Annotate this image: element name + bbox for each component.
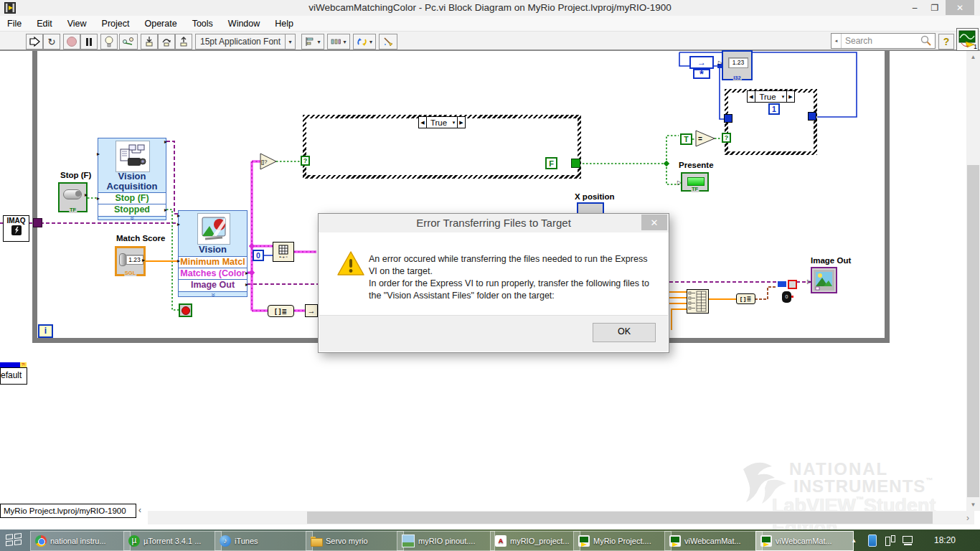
font-selector-dropdown-icon[interactable]: ▾	[285, 34, 296, 50]
menu-file[interactable]: File	[7, 19, 22, 29]
highlight-execution-button[interactable]	[100, 34, 118, 50]
execution-target-selector[interactable]: MyRio Project.lvproj/myRIO-1900	[0, 504, 136, 518]
tray-device-icon[interactable]	[868, 534, 877, 547]
loop-tunnel[interactable]	[33, 218, 42, 227]
scroll-up-icon[interactable]: ▲	[966, 51, 980, 63]
font-selector[interactable]: 15pt Application Font	[195, 34, 286, 50]
close-button[interactable]: ✕	[946, 0, 974, 15]
tray-network-icon[interactable]	[903, 536, 914, 546]
taskbar-item-labview-project[interactable]: MyRio Project....	[573, 531, 672, 551]
dialog-close-button[interactable]: ✕	[641, 215, 667, 230]
scroll-left-icon[interactable]: ‹	[138, 505, 147, 517]
distribute-objects-button[interactable]: ▾	[327, 34, 350, 50]
zero-constant[interactable]: 0	[253, 250, 264, 261]
equals-function[interactable]: =	[696, 131, 715, 146]
search-collapse-icon[interactable]: ◂	[831, 34, 842, 48]
help-button[interactable]: ?	[938, 34, 954, 50]
taskbar-item-image-viewer[interactable]: myRIO pinout....	[397, 531, 495, 551]
vision-acquisition-row-stopped[interactable]: Stopped	[98, 204, 166, 217]
vertical-scrollbar[interactable]: ▲ ▼	[966, 51, 980, 511]
next-case-icon[interactable]: ▶	[786, 91, 794, 102]
run-continuous-button[interactable]: ↻	[43, 34, 60, 50]
taskbar-item-folder[interactable]: Servo myrio	[306, 531, 404, 551]
stop-led-icon	[182, 306, 190, 315]
overlay-rectangle-function[interactable]: 0	[776, 278, 797, 305]
menu-help[interactable]: Help	[275, 19, 293, 29]
menu-window[interactable]: Window	[228, 19, 260, 29]
default-case-box[interactable]: ?! efault	[0, 362, 27, 385]
empty-array-function[interactable]: []?	[260, 154, 276, 169]
tray-expand-icon[interactable]: ▴	[852, 537, 856, 544]
restore-button[interactable]: ❐	[925, 0, 944, 15]
case2-output-tunnel[interactable]	[808, 112, 816, 121]
scroll-right-icon[interactable]: ›	[961, 511, 974, 524]
taskbar-item-itunes[interactable]: ♪ iTunes	[215, 531, 313, 551]
false-constant[interactable]: F	[545, 157, 557, 169]
case1-selector[interactable]: ◀ True ▾ ▶	[418, 116, 466, 128]
image-out-indicator[interactable]: ▷	[811, 267, 837, 293]
tray-usb-icon[interactable]	[885, 535, 895, 546]
case1-selector-tunnel[interactable]: ?	[301, 156, 310, 166]
pause-button[interactable]	[80, 34, 98, 50]
step-over-button[interactable]	[158, 34, 175, 50]
presente-indicator[interactable]: TF ▷	[681, 172, 709, 192]
taskbar-item-pdf[interactable]: A myRIO_project...	[490, 531, 580, 551]
index-array-function[interactable]: ▪·+ ▫	[273, 242, 294, 262]
prev-case-icon[interactable]: ◀	[748, 91, 755, 102]
abort-button[interactable]	[63, 34, 80, 50]
cleanup-diagram-button[interactable]	[379, 34, 397, 50]
run-button[interactable]	[26, 34, 43, 50]
horizontal-scroll-thumb[interactable]	[307, 512, 933, 524]
iteration-terminal[interactable]: i	[38, 324, 53, 338]
menu-tools[interactable]: Tools	[192, 19, 213, 29]
step-out-button[interactable]	[175, 34, 192, 50]
resize-objects-button[interactable]: ▾	[353, 34, 376, 50]
horizontal-scrollbar[interactable]	[148, 511, 961, 524]
case2-selector-tunnel[interactable]: ?	[722, 133, 731, 143]
ok-button[interactable]: OK	[593, 323, 656, 342]
counter-indicator[interactable]: 1.23 I32 ▷	[722, 50, 753, 80]
vision-acquisition-block[interactable]: Vision Acquisition Stop (F) Stopped » ▸ …	[98, 138, 166, 220]
retain-wire-values-button[interactable]	[119, 34, 138, 50]
resize-objects-icon	[357, 37, 367, 47]
while-loop-left-border[interactable]	[32, 51, 37, 343]
taskbar-item-utorrent[interactable]: µ µTorrent 3.4.1 ...	[123, 531, 222, 551]
scroll-down-icon[interactable]: ▼	[966, 499, 980, 511]
one-constant[interactable]: 1	[768, 103, 780, 115]
search-input[interactable]: Search	[842, 36, 920, 46]
search-box[interactable]: ◂ Search	[831, 33, 936, 49]
taskbar-item-viwebcam-1[interactable]: viWebcamMat...	[664, 531, 763, 551]
start-button[interactable]	[6, 533, 23, 548]
case2-selector[interactable]: ◀ True ▾ ▶	[747, 90, 795, 103]
vision-assistant-row-imageout[interactable]: Image Out	[178, 279, 248, 292]
vision-assistant-block[interactable]: Vision Assistant Minimum Matcl Matches (…	[178, 210, 248, 297]
case-dropdown-icon[interactable]: ▾	[780, 91, 786, 102]
while-loop-right-border[interactable]	[885, 51, 890, 343]
match-score-control[interactable]: 1.23 SGL ▸	[115, 246, 146, 276]
menu-edit[interactable]: Edit	[37, 19, 52, 29]
conversion-function[interactable]: →	[305, 304, 318, 317]
menu-view[interactable]: View	[67, 19, 87, 29]
case1-output-tunnel[interactable]	[571, 159, 580, 168]
array-to-cluster-function-2[interactable]: [ ]≣	[736, 293, 755, 304]
taskbar-item-viwebcam-2-active[interactable]: viWebcamMat...	[755, 531, 854, 551]
imaq-constant[interactable]: IMAQ	[3, 215, 29, 242]
align-objects-button[interactable]: ▾	[301, 34, 324, 50]
taskbar-item-chrome[interactable]: national instru...	[30, 531, 131, 551]
menu-operate[interactable]: Operate	[144, 19, 176, 29]
true-constant[interactable]: T	[680, 133, 692, 145]
case-dropdown-icon[interactable]: ▾	[451, 117, 457, 128]
vertical-scroll-thumb[interactable]	[967, 165, 979, 497]
step-into-button[interactable]	[141, 34, 158, 50]
prev-case-icon[interactable]: ◀	[419, 117, 427, 128]
loop-stop-terminal[interactable]	[179, 303, 192, 317]
stop-control[interactable]: TF ▸	[58, 182, 88, 212]
broom-icon	[382, 36, 394, 47]
feedback-node[interactable]: → *	[689, 56, 714, 79]
menu-project[interactable]: Project	[102, 19, 130, 29]
array-to-cluster-function[interactable]: [ ]≣	[268, 305, 294, 317]
case2-input-tunnel[interactable]	[724, 114, 732, 123]
next-case-icon[interactable]: ▶	[457, 117, 465, 128]
bundle-function[interactable]	[687, 289, 709, 314]
minimize-button[interactable]: –	[905, 0, 924, 15]
